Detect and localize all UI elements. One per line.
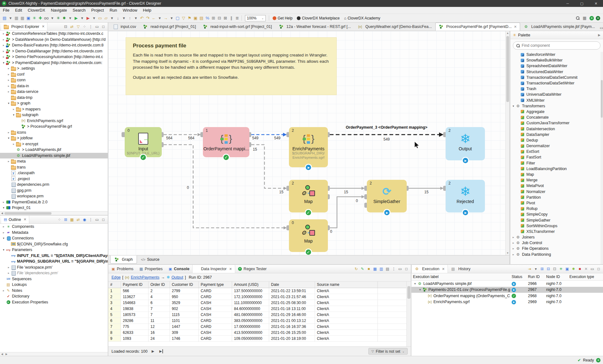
new-graph-icon[interactable]: ▤ — [2, 15, 7, 21]
record-view-icon[interactable]: ▥ — [378, 266, 384, 272]
new-page-icon[interactable]: ▢ — [175, 15, 180, 21]
dropdown-icon[interactable]: ▾ — [533, 266, 539, 272]
expander-icon[interactable] — [11, 113, 16, 116]
edit-mode-icon[interactable]: ✎ — [360, 266, 365, 272]
close-icon[interactable]: ✕ — [42, 24, 45, 29]
redo-icon[interactable]: ↷ — [145, 15, 150, 21]
expander-icon[interactable] — [1, 32, 6, 35]
bottom-tab[interactable]: Properties ✕ — [136, 265, 166, 273]
palette-item[interactable]: TransactionalDataSetCommit — [510, 75, 603, 80]
expander-icon[interactable] — [6, 102, 11, 105]
percent-icon[interactable]: % — [205, 15, 210, 21]
minimize-icon[interactable]: ▭ — [94, 217, 100, 222]
bottom-tab[interactable]: Problems ✕ — [108, 265, 136, 273]
table-view-icon[interactable]: ▦ — [69, 217, 75, 222]
dropdown-icon[interactable]: ▾ — [133, 15, 139, 21]
expander-icon[interactable] — [1, 206, 6, 209]
distribute-v-icon[interactable]: ≣ — [235, 15, 240, 21]
info-icon[interactable]: ◉ — [82, 217, 87, 222]
palette-item[interactable]: Aggregate — [510, 109, 603, 115]
close-window-button[interactable]: ✕ — [589, 0, 603, 7]
collapse-palette-icon[interactable]: ▶ — [598, 33, 600, 37]
more-icon[interactable]: ⋮ — [88, 24, 94, 29]
expander-icon[interactable] — [6, 131, 11, 134]
dropdown-icon[interactable]: ▾ — [79, 15, 85, 21]
show-in-graph-icon[interactable]: ✳ — [558, 266, 564, 272]
edge-link[interactable]: Edge — [111, 275, 121, 280]
tree-item[interactable]: > mappers — [0, 106, 108, 112]
palette-item[interactable]: Map — [510, 172, 603, 177]
menu-item[interactable]: Help — [140, 7, 154, 14]
undo-icon[interactable]: ↶ — [139, 15, 144, 21]
table-row[interactable]: 31546636 3529CASH111.1000000000 2021-01-… — [108, 300, 411, 306]
dropdown-icon[interactable]: ▾ — [50, 15, 55, 21]
import-icon[interactable]: ↓ — [115, 15, 121, 21]
expander-icon[interactable] — [11, 108, 16, 111]
tree-view-icon[interactable]: ⊞ — [63, 217, 68, 222]
minimize-icon[interactable]: ▭ — [94, 24, 100, 29]
load-all-button[interactable]: ▶ — [158, 349, 163, 353]
kill-icon[interactable]: ✸ — [571, 266, 576, 272]
dropdown-icon[interactable]: ▾ — [109, 15, 115, 21]
expander-icon[interactable] — [1, 38, 6, 41]
node-orderpayment-mapping[interactable]: 1 {} OrderPayment mappi... — [203, 127, 249, 157]
expander-icon[interactable] — [1, 225, 6, 228]
palette-item[interactable]: Filter — [510, 160, 603, 166]
flag-icon[interactable]: ⚑ — [187, 15, 192, 21]
dropdown-icon[interactable]: ▾ — [8, 15, 13, 21]
palette-search[interactable] — [513, 41, 600, 50]
filter-icon[interactable]: ▽ — [75, 24, 81, 29]
get-help-button[interactable]: Get Help — [273, 16, 292, 20]
outline-item[interactable]: Sequences — [0, 276, 108, 282]
tree-item[interactable]: > .settings — [0, 66, 108, 72]
table-row[interactable]: 86263316 309CASH413.5000000000 2021-01-2… — [108, 330, 411, 336]
close-icon[interactable]: ✕ — [24, 217, 26, 222]
source-component-link[interactable]: EnrichPayments — [131, 275, 159, 280]
menu-item[interactable]: Edit — [12, 7, 25, 14]
academy-button[interactable]: ⌂ CloverDX Academy — [344, 16, 380, 20]
close-tab-icon[interactable]: ✕ — [514, 25, 517, 29]
clover-server-icon[interactable]: ✳ — [32, 15, 37, 21]
maximize-icon[interactable]: □ — [404, 266, 409, 272]
editor-tab[interactable]: input.csv ✕ — [110, 23, 139, 31]
palette-item[interactable]: Joiners — [510, 234, 603, 240]
palette-item[interactable]: DataIntersection — [510, 126, 603, 131]
expander-icon[interactable] — [413, 282, 417, 285]
tree-item[interactable]: .classpath — [0, 170, 108, 176]
tree-item[interactable]: Demo-BasicFeatures [http://demo-int.clov… — [0, 42, 108, 48]
tab-source[interactable]: </> Source — [137, 255, 164, 264]
table-row[interactable]: 21136274 950CARD172.1000000000 2021-01-2… — [108, 294, 411, 300]
expand-all-icon[interactable]: ⊞ — [539, 266, 545, 272]
execution-tab[interactable]: Execution ✕ — [411, 265, 448, 273]
editor-tab[interactable]: read-input.grf [Project_01] ✕ — [139, 23, 199, 31]
expander-icon[interactable] — [1, 237, 6, 240]
tree-item[interactable]: > graph — [0, 100, 108, 106]
search-icon[interactable] — [576, 16, 580, 20]
export-icon[interactable]: ↑ — [127, 15, 133, 21]
expander-icon[interactable] — [6, 84, 11, 88]
outline-hscrollbar[interactable]: ◀ ▶ — [0, 352, 108, 356]
outline-tab[interactable]: ▤ Outline ✕ — [1, 216, 29, 223]
expander-icon[interactable] — [6, 271, 11, 275]
palette-item[interactable]: XSLTransformer — [510, 229, 603, 234]
graph-note[interactable]: Process payment file Each file is read f… — [126, 37, 337, 95]
watch-icon[interactable]: oo — [44, 15, 49, 21]
palette-item[interactable]: Job Control — [510, 240, 603, 246]
graph-canvas[interactable]: Process payment file Each file is read f… — [108, 31, 509, 255]
outline-item[interactable]: Parameters — [0, 247, 108, 253]
expander-icon[interactable] — [1, 44, 6, 47]
palette-item[interactable]: File Operations — [510, 246, 603, 251]
tree-item[interactable]: conn — [0, 77, 108, 83]
expander-icon[interactable] — [1, 55, 6, 58]
expander-icon[interactable] — [511, 104, 516, 108]
expander-icon[interactable] — [511, 241, 516, 244]
menu-item[interactable]: CloverDX — [25, 7, 48, 14]
tree-item[interactable]: > Demo-DataManager [http://demo-int.clov… — [0, 48, 108, 54]
palette-item[interactable]: Trash — [510, 86, 603, 92]
tree-item[interactable]: gpg.prm — [0, 188, 108, 194]
minimize-icon[interactable]: ▭ — [397, 266, 403, 272]
copy-format-icon[interactable]: ▣ — [193, 15, 198, 21]
editor-tab[interactable]: read-input-with-sort.grf [Project_01] ✕ — [199, 23, 275, 31]
minimize-window-button[interactable]: ─ — [561, 0, 575, 7]
node-rejected[interactable]: 2 ❄ Rejected — [446, 180, 485, 212]
